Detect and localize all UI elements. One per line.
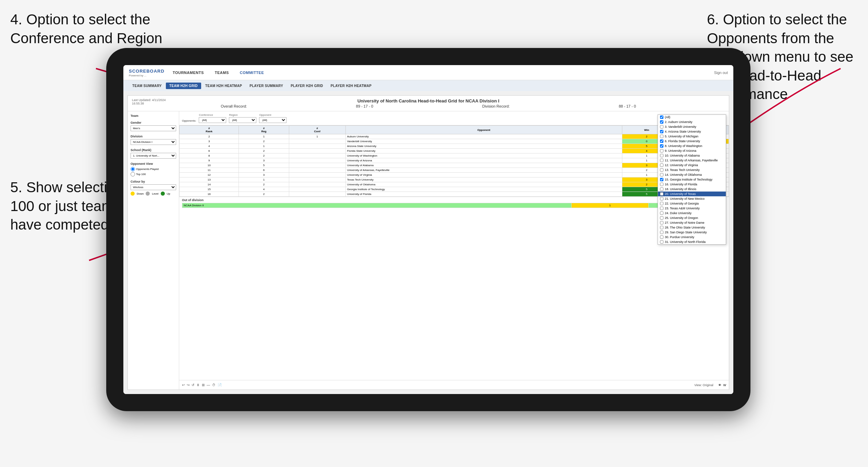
overall-record-value: 89 - 17 - 0 bbox=[356, 104, 373, 108]
dropdown-item[interactable]: 14. University of Oklahoma bbox=[658, 172, 726, 177]
doc-icon[interactable]: 📄 bbox=[218, 383, 222, 387]
subnav-player-h2h-grid[interactable]: PLAYER H2H GRID bbox=[287, 83, 327, 89]
dropdown-item[interactable]: 28. The Ohio State University bbox=[658, 225, 726, 230]
dropdown-item[interactable]: (All) bbox=[658, 115, 726, 120]
dropdown-item[interactable]: 13. Texas Tech University bbox=[658, 168, 726, 172]
radio-opponents-played[interactable]: Opponents Played bbox=[131, 167, 176, 171]
subnav-team-h2h-heatmap[interactable]: TEAM H2H HEATMAP bbox=[202, 83, 245, 89]
top-nav: SCOREBOARD Powered by ... TOURNAMENTS TE… bbox=[123, 65, 733, 80]
td-rank: 13 bbox=[180, 177, 239, 182]
view-label: View: Original bbox=[694, 383, 713, 387]
dropdown-item[interactable]: 20. University of Texas bbox=[658, 192, 726, 196]
td-reg: 1 bbox=[239, 177, 289, 182]
td-reg: 2 bbox=[239, 149, 289, 153]
dash-icon[interactable]: — bbox=[207, 383, 210, 387]
td-conf bbox=[289, 173, 345, 177]
dropdown-item[interactable]: 12. University of Virginia bbox=[658, 163, 726, 168]
dropdown-item[interactable]: 29. San Diego State University bbox=[658, 230, 726, 235]
td-reg: 2 bbox=[239, 192, 289, 197]
sidebar-gender-label: Gender bbox=[131, 121, 176, 124]
dropdown-item[interactable]: 3. Vanderbilt University bbox=[658, 124, 726, 129]
opponent-view-radio-group: Opponents Played Top 100 bbox=[131, 167, 176, 176]
td-opponent: University of Florida bbox=[345, 192, 622, 197]
dropdown-item[interactable]: 21. University of New Mexico bbox=[658, 196, 726, 201]
sidebar-school-select[interactable]: 1. University of Nort... bbox=[131, 153, 176, 159]
out-of-division-title: Out of division bbox=[182, 198, 726, 202]
td-conf bbox=[289, 158, 345, 163]
sub-nav: TEAM SUMMARY TEAM H2H GRID TEAM H2H HEAT… bbox=[123, 80, 733, 91]
sidebar-division-select[interactable]: NCAA Division I bbox=[131, 139, 176, 145]
crop-icon[interactable]: ⊞ bbox=[202, 383, 205, 387]
filter-opponent-select[interactable]: (All) bbox=[259, 117, 286, 123]
td-rank: 8 bbox=[180, 153, 239, 158]
td-opponent: Georgia Institute of Technology bbox=[345, 187, 622, 192]
dropdown-item[interactable]: 15. Georgia Institute of Technology bbox=[658, 177, 726, 182]
subnav-team-summary[interactable]: TEAM SUMMARY bbox=[129, 83, 165, 89]
dropdown-item[interactable]: 24. Duke University bbox=[658, 211, 726, 216]
dropdown-item[interactable]: 5. University of Michigan bbox=[658, 134, 726, 139]
th-opponent: Opponent bbox=[345, 126, 622, 134]
filter-conference-select[interactable]: (All) bbox=[199, 117, 226, 123]
dropdown-item[interactable]: 9. University of Arizona bbox=[658, 148, 726, 153]
dropdown-item[interactable]: 22. University of Georgia bbox=[658, 201, 726, 206]
nav-signout[interactable]: Sign out bbox=[714, 71, 728, 75]
dropdown-item[interactable]: 4. Arizona State University bbox=[658, 129, 726, 134]
undo-icon[interactable]: ↩ bbox=[182, 383, 185, 387]
dropdown-item[interactable]: 18. University of Illinois bbox=[658, 187, 726, 192]
td-opponent: Arizona State University bbox=[345, 144, 622, 149]
dropdown-item[interactable]: 11. University of Arkansas, Fayetteville bbox=[658, 158, 726, 163]
table-row: 4 1 Arizona State University 5 1 bbox=[180, 144, 729, 149]
data-table: #Rank #Reg #Conf Opponent Win Loss bbox=[179, 125, 729, 197]
report-body: Team Gender Men's Division NCAA Division… bbox=[128, 111, 729, 390]
table-row: 10 5 University of Alabama 3 0 bbox=[180, 163, 729, 168]
radio-top100[interactable]: Top 100 bbox=[131, 172, 176, 176]
dropdown-item[interactable]: 31. University of North Florida bbox=[658, 239, 726, 244]
out-div-win: 1 bbox=[571, 203, 649, 208]
dropdown-item[interactable]: 27. University of Notre Dame bbox=[658, 220, 726, 225]
td-rank: 10 bbox=[180, 163, 239, 168]
sidebar-team-label: Team bbox=[131, 114, 176, 118]
nav-teams[interactable]: TEAMS bbox=[213, 71, 230, 75]
eye-icon: 👁 bbox=[718, 383, 721, 387]
td-reg: 2 bbox=[239, 153, 289, 158]
pause-icon[interactable]: ⏸ bbox=[196, 383, 200, 387]
td-rank: 11 bbox=[180, 168, 239, 173]
subnav-team-h2h-grid[interactable]: TEAM H2H GRID bbox=[166, 83, 201, 89]
table-row: 14 2 University of Oklahoma 2 2 bbox=[180, 182, 729, 187]
filter-region-label: Region bbox=[229, 113, 256, 116]
sidebar-division-section: Division NCAA Division I bbox=[131, 135, 176, 145]
dropdown-item[interactable]: 6. Florida State University bbox=[658, 139, 726, 144]
dropdown-item[interactable]: 30. Purdue University bbox=[658, 235, 726, 239]
td-conf bbox=[289, 187, 345, 192]
th-conf: #Conf bbox=[289, 126, 345, 134]
left-sidebar: Team Gender Men's Division NCAA Division… bbox=[128, 111, 179, 390]
filter-region-select[interactable]: (All) bbox=[229, 117, 256, 123]
redo-icon[interactable]: ↪ bbox=[187, 383, 190, 387]
nav-tournaments[interactable]: TOURNAMENTS bbox=[171, 71, 205, 75]
td-reg: 3 bbox=[239, 173, 289, 177]
dropdown-item[interactable]: 10. University of Alabama bbox=[658, 153, 726, 158]
nav-committee[interactable]: COMMITTEE bbox=[239, 71, 266, 75]
subnav-player-h2h-heatmap[interactable]: PLAYER H2H HEATMAP bbox=[327, 83, 375, 89]
colour-dot-down bbox=[131, 192, 135, 196]
dropdown-item[interactable]: 16. University of Florida bbox=[658, 182, 726, 187]
nav-links: TOURNAMENTS TEAMS COMMITTEE bbox=[171, 71, 714, 75]
colour-label-up: Up bbox=[167, 192, 170, 195]
colour-legend: Down Level Up bbox=[131, 192, 176, 196]
clock-icon[interactable]: ⏱ bbox=[212, 383, 216, 387]
dropdown-item[interactable]: 25. University of Oregon bbox=[658, 216, 726, 220]
filter-region-group: Region (All) bbox=[229, 113, 256, 123]
dropdown-item[interactable]: 8. University of Washington bbox=[658, 144, 726, 148]
data-table-container: #Rank #Reg #Conf Opponent Win Loss bbox=[179, 125, 729, 380]
dropdown-item[interactable]: 2. Auburn University bbox=[658, 120, 726, 124]
sidebar-colour-select[interactable]: Win/loss bbox=[131, 184, 176, 190]
dropdown-item[interactable]: 23. Texas A&M University bbox=[658, 206, 726, 211]
sidebar-gender-select[interactable]: Men's bbox=[131, 125, 176, 131]
report-title-section: University of North Carolina Head-to-Hea… bbox=[166, 98, 690, 108]
td-conf bbox=[289, 149, 345, 153]
td-opponent: University of Alabama bbox=[345, 163, 622, 168]
refresh-icon[interactable]: ↺ bbox=[192, 383, 194, 387]
subnav-player-summary[interactable]: PLAYER SUMMARY bbox=[246, 83, 286, 89]
sidebar-division-label: Division bbox=[131, 135, 176, 138]
td-conf: 1 bbox=[289, 134, 345, 139]
